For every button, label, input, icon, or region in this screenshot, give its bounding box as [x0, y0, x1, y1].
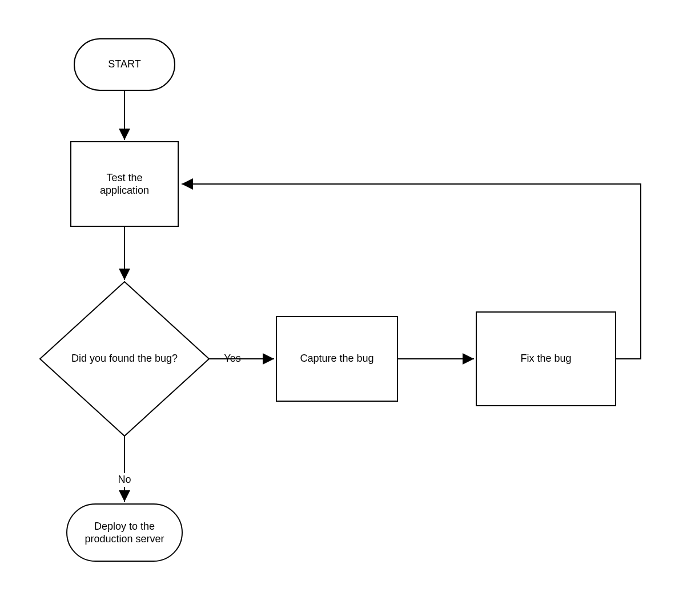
node-start: START [74, 39, 175, 90]
node-fix: Fix the bug [476, 312, 616, 406]
edge-yes-label: Yes [224, 353, 240, 364]
node-test-label-line1: Test the [106, 172, 142, 183]
node-decision-label: Did you found the bug? [71, 353, 178, 364]
node-fix-label: Fix the bug [520, 353, 571, 364]
node-test-label-line2: application [100, 185, 149, 196]
flowchart-canvas: START Test the application Did you found… [0, 0, 699, 616]
node-test: Test the application [71, 142, 178, 226]
edge-decision-yes: Yes [209, 353, 274, 364]
edge-decision-no: No [110, 436, 139, 502]
node-capture: Capture the bug [276, 317, 397, 401]
node-deploy-label-line1: Deploy to the [94, 521, 155, 532]
node-deploy: Deploy to the production server [67, 504, 182, 561]
node-decision: Did you found the bug? [40, 282, 209, 436]
edge-no-label: No [118, 474, 131, 485]
node-deploy-label-line2: production server [85, 533, 164, 545]
node-capture-label: Capture the bug [300, 353, 373, 364]
node-start-label: START [108, 58, 140, 70]
